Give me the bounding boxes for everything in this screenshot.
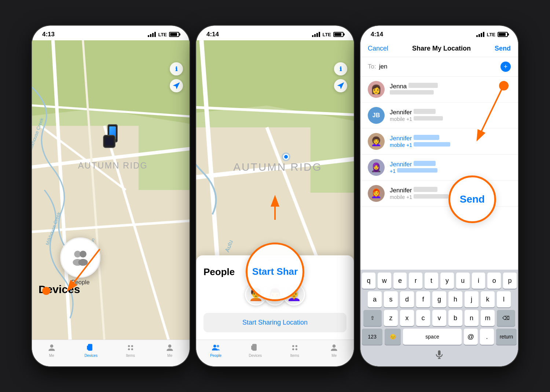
key-i[interactable]: i bbox=[472, 273, 485, 289]
svg-point-26 bbox=[128, 348, 130, 350]
send-button-3[interactable]: Send bbox=[495, 45, 511, 52]
name-jennifer-blue1: Jennifer bbox=[390, 135, 511, 142]
key-return[interactable]: return bbox=[496, 329, 517, 345]
share-location-button[interactable]: Start Sharing Location bbox=[203, 313, 346, 332]
status-icons-1: LTE bbox=[148, 32, 179, 37]
key-x[interactable]: x bbox=[400, 310, 414, 326]
key-123[interactable]: 123 bbox=[362, 329, 382, 345]
status-bar-2: 4:14 LTE bbox=[196, 26, 354, 40]
tab-label-me-1: Me bbox=[49, 354, 54, 358]
send-circle-text: Send bbox=[460, 193, 485, 205]
key-e[interactable]: e bbox=[393, 273, 407, 289]
key-d[interactable]: d bbox=[400, 291, 414, 307]
key-y[interactable]: y bbox=[440, 273, 454, 289]
contact-item-jennifer-jb[interactable]: JB Jennifer mobile +1 bbox=[360, 103, 518, 129]
svg-point-50 bbox=[333, 344, 336, 348]
to-input-3[interactable]: jen bbox=[379, 63, 500, 70]
avatar-jennifer-blue2: 🧕 bbox=[368, 159, 385, 176]
blue-dot-2 bbox=[283, 154, 289, 160]
tab-items-2[interactable]: Items bbox=[275, 343, 315, 358]
tab-me-2[interactable]: Me bbox=[315, 343, 354, 358]
name-blur-blue1 bbox=[414, 135, 439, 140]
add-recipient-button-3[interactable]: + bbox=[500, 62, 511, 72]
svg-rect-52 bbox=[438, 350, 441, 355]
map-1: AUTUMN RIDG Milkhouse Creek Milkhouse Cr… bbox=[32, 40, 190, 340]
tab-bar-2: People Devices Items bbox=[196, 340, 354, 366]
tab-label-items-2: Items bbox=[290, 354, 299, 358]
network-1: LTE bbox=[158, 32, 167, 37]
avatar-jennifer-gray: 👩‍🦰 bbox=[368, 185, 385, 202]
tab-people-2[interactable]: People bbox=[196, 343, 236, 358]
key-m[interactable]: m bbox=[481, 310, 495, 326]
key-r[interactable]: r bbox=[409, 273, 422, 289]
key-backspace[interactable]: ⌫ bbox=[497, 310, 515, 326]
info-button-1[interactable]: ℹ bbox=[170, 62, 183, 75]
svg-marker-15 bbox=[174, 83, 179, 88]
battery-icon-2 bbox=[333, 32, 344, 37]
key-space[interactable]: space bbox=[403, 329, 462, 345]
tab-me-1[interactable]: Me bbox=[32, 343, 72, 358]
signal-icon-3 bbox=[476, 32, 484, 37]
info-button-2[interactable]: ℹ bbox=[334, 62, 347, 75]
key-q[interactable]: q bbox=[362, 273, 375, 289]
cancel-button-3[interactable]: Cancel bbox=[368, 45, 388, 52]
key-at[interactable]: @ bbox=[464, 329, 478, 345]
key-s[interactable]: s bbox=[384, 291, 398, 307]
start-sharing-circle[interactable]: Start Shar bbox=[246, 243, 304, 301]
key-n[interactable]: n bbox=[465, 310, 478, 326]
contact-item-jennifer-blue1[interactable]: 👩‍🦱 Jennifer mobile +1 bbox=[360, 129, 518, 155]
avatar-jenna: 👩 bbox=[368, 81, 385, 98]
tab-devices-2[interactable]: Devices bbox=[236, 343, 275, 358]
tab-label-items-1: Items bbox=[126, 354, 135, 358]
status-icons-3: LTE bbox=[476, 32, 508, 37]
key-g[interactable]: g bbox=[432, 291, 446, 307]
key-k[interactable]: k bbox=[481, 291, 495, 307]
key-o[interactable]: o bbox=[487, 273, 501, 289]
key-emoji[interactable]: 😊 bbox=[385, 329, 401, 345]
signal-icon-1 bbox=[148, 32, 156, 37]
svg-text:AUTUMN RIDG: AUTUMN RIDG bbox=[78, 161, 148, 170]
time-3: 4:14 bbox=[371, 31, 383, 38]
key-shift[interactable]: ⇧ bbox=[363, 310, 382, 326]
phone-1-screen: 4:13 LTE bbox=[32, 26, 190, 366]
info-jennifer-jb: Jennifer mobile +1 bbox=[390, 109, 511, 122]
svg-point-28 bbox=[168, 344, 172, 348]
svg-point-24 bbox=[128, 345, 130, 347]
key-z[interactable]: z bbox=[384, 310, 398, 326]
location-button-2[interactable] bbox=[334, 79, 347, 92]
orange-dot-1 bbox=[42, 287, 50, 295]
tab-label-me-2: Me bbox=[331, 354, 337, 358]
tab-items-1[interactable]: Items bbox=[111, 343, 150, 358]
me-right-icon-1 bbox=[165, 343, 175, 352]
tab-devices-1[interactable]: Devices bbox=[72, 343, 111, 358]
key-row-2: a s d f g h j k l bbox=[362, 291, 517, 307]
key-a[interactable]: a bbox=[368, 291, 382, 307]
key-h[interactable]: h bbox=[448, 291, 462, 307]
tab-me-right-1[interactable]: Me bbox=[150, 343, 190, 358]
contact-item-jenna[interactable]: 👩 Jenna bbox=[360, 77, 518, 103]
svg-point-49 bbox=[295, 348, 297, 350]
key-c[interactable]: c bbox=[416, 310, 430, 326]
location-arrow-icon-2 bbox=[337, 82, 344, 89]
people-circle-overlay[interactable]: People bbox=[60, 237, 100, 286]
key-v[interactable]: v bbox=[432, 310, 446, 326]
location-button-1[interactable] bbox=[170, 79, 183, 92]
contact-item-jennifer-blue2[interactable]: 🧕 Jennifer +1 bbox=[360, 155, 518, 181]
network-2: LTE bbox=[322, 32, 331, 37]
key-dot[interactable]: . bbox=[480, 329, 494, 345]
info-jenna: Jenna bbox=[390, 83, 511, 96]
key-u[interactable]: u bbox=[456, 273, 470, 289]
key-p[interactable]: p bbox=[503, 273, 517, 289]
time-1: 4:13 bbox=[42, 31, 55, 38]
start-sharing-text: Start Shar bbox=[252, 266, 298, 277]
send-circle-overlay[interactable]: Send bbox=[448, 175, 496, 223]
phone-2: 4:14 LTE bbox=[196, 26, 354, 366]
key-b[interactable]: b bbox=[448, 310, 462, 326]
key-w[interactable]: w bbox=[378, 273, 391, 289]
key-l[interactable]: l bbox=[497, 291, 511, 307]
key-f[interactable]: f bbox=[416, 291, 430, 307]
svg-point-43 bbox=[217, 345, 219, 347]
tab-label-people-2: People bbox=[210, 354, 221, 358]
key-j[interactable]: j bbox=[465, 291, 478, 307]
key-t[interactable]: t bbox=[425, 273, 438, 289]
